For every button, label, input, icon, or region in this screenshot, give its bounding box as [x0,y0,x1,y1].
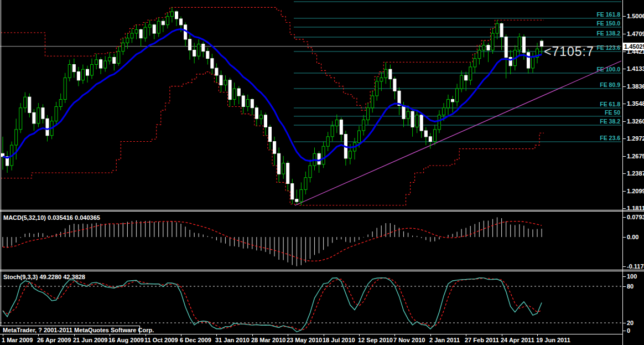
bear-candle [86,69,89,75]
scale-label: 1.41330 [627,65,644,72]
bear-candle [393,79,396,91]
date-tick [74,334,75,336]
bull-candle [300,189,303,202]
bull-candle [322,146,325,164]
bear-candle [264,115,267,127]
bull-candle [170,12,173,17]
bull-candle [518,37,521,50]
bear-candle [465,75,468,80]
date-label: 1 Mar 2009 [2,337,33,343]
scale-label: 1.26750 [627,153,644,159]
bull-candle [438,115,440,130]
date-label: 2 Jan 2011 [429,337,460,343]
scale-label: 0 [627,327,630,334]
ma-line [3,29,542,161]
copyright-watermark: MetaTrader, ? 2001-2011 MetaQuotes Softw… [0,326,140,334]
bear-candle [100,60,102,68]
bull-candle [407,111,409,119]
bear-candle [193,50,196,56]
bull-candle [246,100,249,107]
bear-candle [206,52,209,59]
date-label: 6 Dec 2009 [180,337,211,343]
date-tick [110,334,110,336]
scale-label: 0.00 [627,234,638,240]
date-tick [3,334,3,336]
scale-tick [623,266,626,267]
bear-candle [424,131,427,137]
bull-candle [117,52,120,64]
scale-tick [623,86,626,87]
bull-candle [198,44,200,56]
date-tick [394,334,395,336]
scale-tick [623,323,626,323]
fib-level-label: FE 61.8 [600,101,620,107]
scale-label: 80 [627,283,633,290]
scale-label: 1.47090 [627,30,644,37]
bear-candle [46,119,49,135]
bear-candle [451,100,454,102]
bull-candle [482,45,485,50]
chart-left-border [1,0,1,334]
bull-candle [68,65,71,78]
scale-tick [623,156,626,157]
bear-candle [340,120,342,134]
bear-candle [153,25,155,33]
bull-candle [331,126,334,137]
bull-candle [469,67,472,80]
bull-candle [385,69,387,78]
bear-candle [389,69,392,79]
bull-candle [460,75,463,89]
bear-candle [527,53,529,68]
bear-candle [273,142,276,154]
bear-candle [202,44,205,52]
bull-candle [144,27,147,38]
macd-indicator-label: MACD(5,32,10) 0.035416 0.040365 [3,214,100,221]
bear-candle [420,115,423,131]
stoch-indicator-label: Stoch(9,3,3) 49.2280 42.3828 [3,274,85,280]
bull-candle [81,69,84,80]
bull-candle [496,24,498,33]
bull-candle [95,60,98,65]
bear-candle [237,89,240,96]
bear-candle [291,184,294,199]
bull-candle [126,38,129,43]
date-tick [430,334,431,336]
bull-candle [443,108,445,115]
scale-label: 1.32600 [627,118,644,125]
date-label: 23 May 2010 [287,337,322,343]
date-label: 18 Jul 2010 [323,337,355,343]
date-tick [181,334,181,336]
bear-candle [41,108,44,119]
bull-candle [166,17,169,25]
date-tick [324,334,324,336]
bear-candle [242,96,245,107]
scale-tick [623,237,626,238]
date-tick [359,334,360,336]
time-axis[interactable]: 1 Mar 200926 Apr 200921 Jun 200916 Aug 2… [0,334,622,345]
date-tick [288,334,288,336]
bear-candle [500,24,503,37]
trendline[interactable] [295,61,621,205]
bear-candle [411,111,414,127]
bull-candle [416,115,418,127]
fib-level-label: FE 38.2 [600,118,620,125]
bear-candle [429,137,432,142]
bear-candle [278,153,281,174]
stochastic-panel[interactable] [0,271,622,334]
bear-candle [228,80,231,100]
scale-tick [623,208,626,209]
date-label: 26 Apr 2009 [37,337,71,343]
scale-tick [623,52,626,52]
scale-label: 20 [627,320,633,326]
price-scale[interactable]: 1.500601.470901.442101.413301.383601.354… [622,0,644,345]
date-label: 31 Jan 2010 [215,337,250,343]
bull-candle [456,89,459,102]
bear-candle [139,30,142,38]
main-price-chart[interactable]: FE 161.8FE 150.0FE 138.2FE 123.6FE 100.0… [0,0,622,210]
scale-label: -0.11747 [627,263,644,270]
bull-candle [474,59,476,67]
scale-label: 1.23870 [627,170,644,177]
fib-level-label: FE 123.6 [596,44,620,51]
bull-candle [376,81,378,96]
scale-tick [623,138,626,139]
